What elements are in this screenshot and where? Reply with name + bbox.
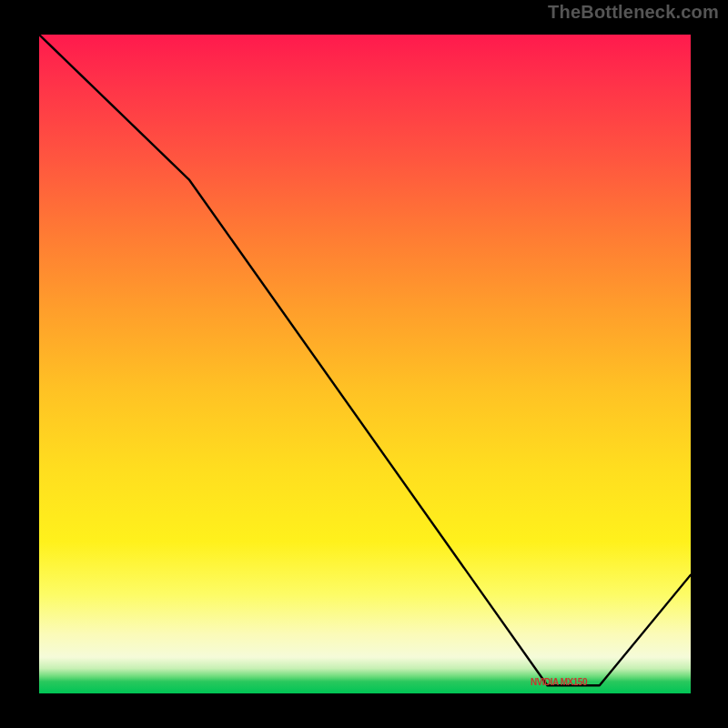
plot-area: NVIDIA MX150	[39, 35, 691, 693]
curve-svg	[39, 35, 691, 693]
bottleneck-curve-path	[39, 35, 691, 685]
watermark-text: TheBottleneck.com	[548, 2, 719, 23]
plot-frame: NVIDIA MX150	[28, 24, 702, 704]
gpu-annotation: NVIDIA MX150	[531, 677, 587, 687]
chart-stage: TheBottleneck.com NVIDIA MX150	[0, 0, 728, 728]
